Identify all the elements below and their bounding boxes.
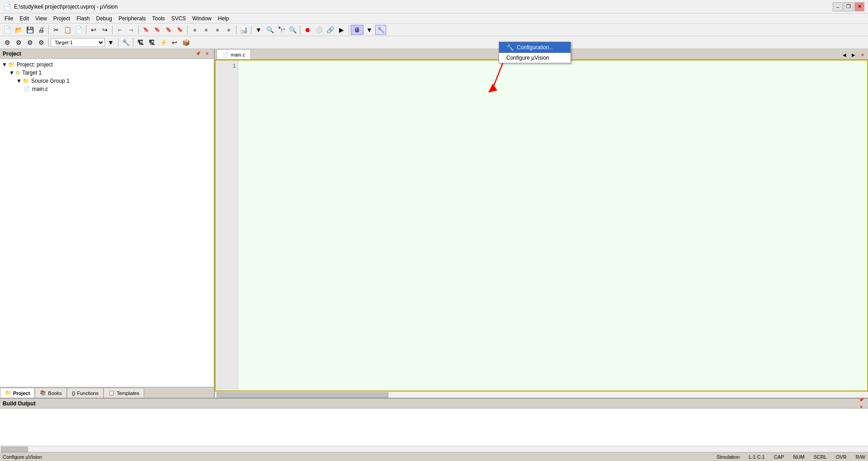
close-panel-button[interactable]: ✕ xyxy=(203,50,211,57)
menu-view[interactable]: View xyxy=(33,14,50,23)
menu-project[interactable]: Project xyxy=(51,14,73,23)
tab-functions[interactable]: {} Functions xyxy=(67,388,104,398)
monitor-dropdown-button[interactable]: ▼ xyxy=(364,25,375,35)
menu-window[interactable]: Window xyxy=(189,14,214,23)
target-settings2-button[interactable]: ⚙ xyxy=(13,38,24,47)
separator4 xyxy=(138,25,139,34)
menu-edit[interactable]: Edit xyxy=(17,14,32,23)
dropdown1-button[interactable]: ▼ xyxy=(253,25,264,35)
stop-button[interactable]: ⚪ xyxy=(313,25,324,35)
title-bar: 📄 E:\study\keil project\project.uvproj -… xyxy=(0,0,868,14)
build-output-panel: Build Output 📌 ✕ xyxy=(0,398,868,452)
project-panel: Project 📌 ✕ ▼ 📁 Project: project ▼ ⚙ Tar xyxy=(0,49,215,398)
project-root-label: Project: project xyxy=(17,61,53,68)
editor-scroll-right-button[interactable]: ▶ xyxy=(850,51,857,58)
tab-project[interactable]: 📁 Project xyxy=(0,388,35,398)
target-settings3-button[interactable]: ⚙ xyxy=(24,38,35,47)
editor-tab-main-c[interactable]: 📄 main.c xyxy=(217,49,251,59)
tree-source-group1[interactable]: ▼ 📁 Source Group 1 xyxy=(0,77,214,85)
menu-peripherals[interactable]: Peripherals xyxy=(116,14,149,23)
build1-button[interactable]: 🏗 xyxy=(135,38,146,47)
editor-scroll-left-button[interactable]: ◀ xyxy=(841,51,848,58)
separator3 xyxy=(112,25,113,34)
tab-books-icon: 📚 xyxy=(40,390,46,396)
search2-button[interactable]: 🔭 xyxy=(276,25,287,35)
tree-target1[interactable]: ▼ ⚙ Target 1 xyxy=(0,69,214,77)
separator1 xyxy=(48,25,49,34)
pin-panel-button[interactable]: 📌 xyxy=(194,50,202,57)
menu-file[interactable]: File xyxy=(2,14,16,23)
bookmark2-button[interactable]: 🔖 xyxy=(152,25,163,35)
editor-container: 1 xyxy=(215,60,868,391)
build-config-button[interactable]: 🔧 xyxy=(120,38,131,47)
copy-button[interactable]: 📋 xyxy=(62,25,73,35)
editor-close-button[interactable]: ✕ xyxy=(859,51,866,58)
maximize-button[interactable]: ❐ xyxy=(844,2,854,11)
paste-button[interactable]: 📄 xyxy=(73,25,84,35)
configure-uvision-label: Configure µVision xyxy=(506,55,549,61)
menu-debug[interactable]: Debug xyxy=(94,14,115,23)
save-all-button[interactable]: 🖨 xyxy=(36,25,47,35)
cut-button[interactable]: ✂ xyxy=(51,25,61,35)
save-button[interactable]: 💾 xyxy=(24,25,35,35)
dropdown-item-configure-uvision[interactable]: Configure µVision xyxy=(499,53,571,63)
record-button[interactable]: ⏺ xyxy=(302,25,313,35)
target-settings4-button[interactable]: ⚙ xyxy=(36,38,47,47)
dropdown-item-configuration[interactable]: 🔧 Configuration... xyxy=(499,42,571,53)
h-scroll-thumb[interactable] xyxy=(217,392,388,398)
link-button[interactable]: 🔗 xyxy=(325,25,335,35)
nav-back-button[interactable]: ← xyxy=(114,25,125,35)
close-button[interactable]: ✕ xyxy=(854,2,864,11)
build-output-horizontal-scrollbar[interactable] xyxy=(0,446,868,452)
separator8 xyxy=(300,25,300,34)
status-simulation: Simulation xyxy=(717,454,740,460)
bookmark4-button[interactable]: 🔖 xyxy=(175,25,185,35)
search1-button[interactable]: 🔍 xyxy=(264,25,275,35)
menu-svcs[interactable]: SVCS xyxy=(169,14,189,23)
indent2-button[interactable]: ≡ xyxy=(201,25,212,35)
indent4-button[interactable]: ≡ xyxy=(223,25,234,35)
undo-button[interactable]: ↩ xyxy=(88,25,99,35)
tab-books[interactable]: 📚 Books xyxy=(35,388,67,398)
new-file-button[interactable]: 📄 xyxy=(2,25,13,35)
tree-main-c[interactable]: 📄 main.c xyxy=(0,85,214,93)
configure-button[interactable]: 🔧 xyxy=(375,25,386,35)
editor-content[interactable] xyxy=(238,61,867,390)
search3-button[interactable]: 🔍 xyxy=(287,25,298,35)
bookmark3-button[interactable]: 🔖 xyxy=(163,25,174,35)
separator9 xyxy=(349,25,349,34)
status-num: NUM xyxy=(793,454,804,460)
title-bar-left: 📄 E:\study\keil project\project.uvproj -… xyxy=(4,3,118,10)
editor-tab-main-c-label: main.c xyxy=(231,52,245,57)
nav-forward-button[interactable]: → xyxy=(126,25,137,35)
open-button[interactable]: 📂 xyxy=(13,25,24,35)
indent1-button[interactable]: ≡ xyxy=(189,25,200,35)
editor-tab-main-c-icon: 📄 xyxy=(222,52,229,57)
build2-button[interactable]: 🏗 xyxy=(146,38,157,47)
title-bar-controls: – ❐ ✕ xyxy=(833,2,864,11)
target-dropdown-button[interactable]: ▼ xyxy=(105,38,116,47)
menu-flash[interactable]: Flash xyxy=(74,14,92,23)
monitor-button[interactable]: 🖥 xyxy=(351,25,363,35)
menu-tools[interactable]: Tools xyxy=(150,14,168,23)
play-button[interactable]: ▶ xyxy=(336,25,347,35)
info-button[interactable]: 📊 xyxy=(238,25,249,35)
target-settings1-button[interactable]: ⚙ xyxy=(2,38,13,47)
tab-templates[interactable]: 📋 Templates xyxy=(104,388,144,398)
target-selector[interactable]: Target 1 xyxy=(51,38,105,47)
bookmark1-button[interactable]: 🔖 xyxy=(141,25,151,35)
package-button[interactable]: 📦 xyxy=(180,38,191,47)
tree-project-root[interactable]: ▼ 📁 Project: project xyxy=(0,61,214,69)
editor-horizontal-scrollbar[interactable] xyxy=(215,391,868,398)
flash-button[interactable]: ⚡ xyxy=(158,38,169,47)
minimize-button[interactable]: – xyxy=(833,2,843,11)
redo-button[interactable]: ↪ xyxy=(99,25,110,35)
menu-help[interactable]: Help xyxy=(215,14,232,23)
dropdown-menu: 🔧 Configuration... Configure µVision xyxy=(499,42,571,63)
toolbar2: ⚙ ⚙ ⚙ ⚙ Target 1 ▼ 🔧 🏗 🏗 ⚡ ↩ 📦 xyxy=(0,36,868,49)
stop-build-button[interactable]: ↩ xyxy=(169,38,180,47)
main-c-icon: 📄 xyxy=(24,86,30,92)
tab-books-label: Books xyxy=(48,390,62,396)
indent3-button[interactable]: ≡ xyxy=(212,25,223,35)
source-group-label: Source Group 1 xyxy=(31,78,70,84)
